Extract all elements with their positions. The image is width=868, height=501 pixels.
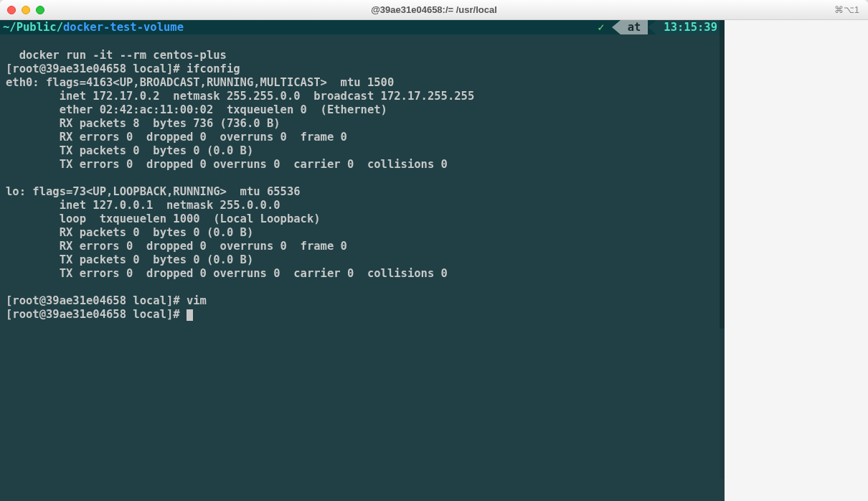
output-line: RX packets 8 bytes 736 (736.0 B) xyxy=(6,117,280,130)
scrollbar[interactable] xyxy=(720,20,725,479)
output-line: inet 127.0.0.1 netmask 255.0.0.0 xyxy=(6,199,280,212)
output-line: loop txqueuelen 1000 (Local Loopback) xyxy=(6,212,321,225)
output-line: TX packets 0 bytes 0 (0.0 B) xyxy=(6,253,253,266)
window-title: @39ae31e04658:/= /usr/local xyxy=(0,4,868,15)
status-ok-icon: ✓ xyxy=(590,20,611,34)
terminal-output[interactable]: docker run -it --rm centos-plus [root@39… xyxy=(0,34,725,322)
cursor xyxy=(187,309,193,321)
output-line: TX errors 0 dropped 0 overruns 0 carrier… xyxy=(6,267,448,280)
shortcut-hint: ⌘⌥1 xyxy=(834,4,859,15)
status-time: 13:15:39 xyxy=(664,21,717,34)
output-line: RX packets 0 bytes 0 (0.0 B) xyxy=(6,226,253,239)
output-line: docker run -it --rm centos-plus xyxy=(6,49,227,62)
output-line: RX errors 0 dropped 0 overruns 0 frame 0 xyxy=(6,131,347,144)
output-line: TX errors 0 dropped 0 overruns 0 carrier… xyxy=(6,158,448,171)
output-line: inet 172.17.0.2 netmask 255.255.0.0 broa… xyxy=(6,90,474,103)
status-at-label: at xyxy=(621,20,648,34)
output-line: lo: flags=73<UP,LOOPBACK,RUNNING> mtu 65… xyxy=(6,185,301,198)
output-line: [root@39ae31e04658 local]# vim xyxy=(6,294,207,307)
path-home: ~/Public/ xyxy=(3,21,63,34)
output-line: TX packets 0 bytes 0 (0.0 B) xyxy=(6,144,253,157)
powerline-status: ~/Public/docker-test-volume ✓ at 13:15:3… xyxy=(0,20,725,34)
titlebar[interactable]: @39ae31e04658:/= /usr/local ⌘⌥1 xyxy=(0,0,868,20)
output-line: [root@39ae31e04658 local]# ifconfig xyxy=(6,62,240,75)
output-line: ether 02:42:ac:11:00:02 txqueuelen 0 (Et… xyxy=(6,103,387,116)
prompt-line[interactable]: [root@39ae31e04658 local]# xyxy=(6,308,193,321)
path-cwd: docker-test-volume xyxy=(63,21,184,34)
output-line: RX errors 0 dropped 0 overruns 0 frame 0 xyxy=(6,240,347,253)
terminal-window: @39ae31e04658:/= /usr/local ⌘⌥1 ~/Public… xyxy=(0,0,868,501)
output-line: eth0: flags=4163<UP,BROADCAST,RUNNING,MU… xyxy=(6,76,394,89)
terminal-body[interactable]: ~/Public/docker-test-volume ✓ at 13:15:3… xyxy=(0,20,725,501)
scrollbar-thumb[interactable] xyxy=(720,20,725,329)
